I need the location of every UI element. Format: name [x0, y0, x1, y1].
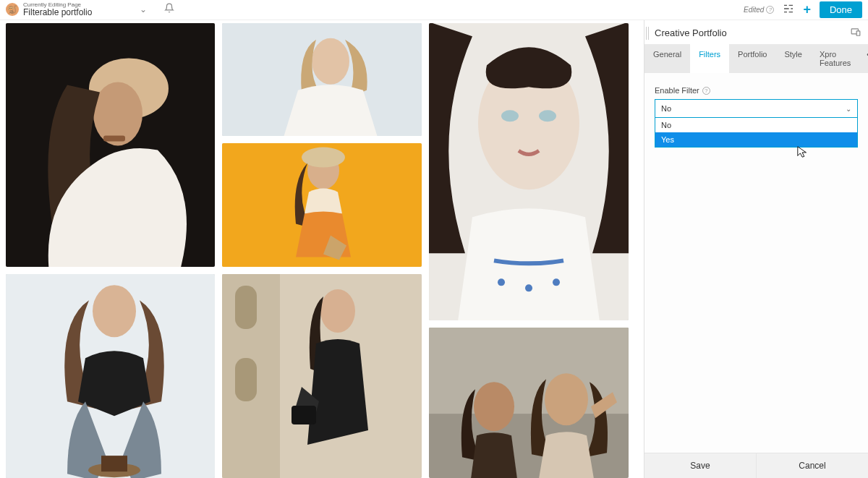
- panel-title: Creative Portfolio: [655, 27, 727, 38]
- svg-rect-18: [292, 406, 316, 424]
- add-module-plus-icon[interactable]: +: [803, 2, 811, 17]
- portfolio-image[interactable]: [6, 274, 215, 478]
- edited-status: Edited ?: [744, 6, 774, 14]
- tab-general[interactable]: General: [644, 44, 690, 73]
- svg-point-23: [498, 278, 505, 286]
- edited-label: Edited: [744, 6, 764, 14]
- panel-footer: Save Cancel: [644, 453, 868, 478]
- save-button[interactable]: Save: [644, 453, 756, 478]
- panel-header[interactable]: Creative Portfolio: [644, 20, 868, 44]
- svg-point-12: [302, 147, 345, 167]
- portfolio-column-2: [222, 23, 422, 478]
- enable-filter-value: No: [661, 104, 671, 113]
- page-switcher-chevron-icon[interactable]: ⌄: [140, 4, 147, 14]
- portfolio-image[interactable]: [429, 328, 629, 478]
- done-button[interactable]: Done: [820, 1, 862, 18]
- tab-style[interactable]: Style: [775, 44, 810, 73]
- page-title: Filterable portfolio: [23, 8, 92, 17]
- portfolio-image[interactable]: [6, 23, 215, 267]
- svg-rect-7: [101, 456, 127, 471]
- svg-rect-16: [235, 358, 257, 401]
- responsive-toggle-icon[interactable]: [851, 27, 861, 38]
- settings-panel: Creative Portfolio General Filters Portf…: [644, 20, 868, 478]
- tab-more[interactable]: •••: [859, 44, 868, 73]
- svg-point-9: [312, 38, 349, 85]
- enable-filter-select-box[interactable]: No ⌄: [655, 99, 858, 118]
- svg-rect-3: [103, 135, 125, 141]
- svg-point-21: [501, 110, 519, 121]
- enable-filter-option-yes[interactable]: Yes: [655, 132, 857, 147]
- enable-filter-select[interactable]: No ⌄ No Yes: [655, 99, 858, 118]
- svg-point-28: [474, 382, 514, 431]
- portfolio-image[interactable]: [222, 23, 422, 136]
- notifications-bell-icon[interactable]: [164, 3, 174, 16]
- svg-point-17: [320, 289, 355, 333]
- tab-filters[interactable]: Filters: [690, 44, 729, 73]
- enable-filter-help-icon[interactable]: ?: [702, 87, 710, 95]
- panel-tabs: General Filters Portfolio Style Xpro Fea…: [644, 44, 868, 73]
- enable-filter-option-no[interactable]: No: [655, 118, 857, 132]
- top-bar: 🐒 Currently Editing Page Filterable port…: [0, 0, 868, 20]
- svg-point-29: [545, 373, 588, 425]
- top-bar-right: Edited ? + Done: [744, 1, 862, 18]
- portfolio-image[interactable]: [222, 274, 422, 478]
- outline-panel-icon[interactable]: [783, 3, 794, 17]
- cancel-button[interactable]: Cancel: [756, 453, 868, 478]
- tab-portfolio[interactable]: Portfolio: [729, 44, 775, 73]
- page-meta[interactable]: Currently Editing Page Filterable portfo…: [23, 2, 92, 17]
- main-area: Creative Portfolio General Filters Portf…: [0, 20, 868, 478]
- portfolio-column-1: [6, 23, 215, 478]
- cursor-icon: [796, 145, 809, 158]
- tab-xpro-features[interactable]: Xpro Features: [811, 44, 859, 73]
- enable-filter-dropdown: No Yes: [655, 118, 858, 148]
- builder-logo-icon[interactable]: 🐒: [6, 3, 19, 16]
- top-bar-left: 🐒 Currently Editing Page Filterable port…: [6, 2, 174, 17]
- svg-point-5: [93, 285, 136, 337]
- svg-point-25: [553, 278, 560, 286]
- chevron-down-icon: ⌄: [846, 105, 851, 113]
- portfolio-image[interactable]: [222, 143, 422, 267]
- drag-handle-icon[interactable]: [646, 27, 650, 40]
- panel-body: Enable Filter ? No ⌄ No Yes: [644, 73, 868, 453]
- portfolio-column-3: [429, 23, 629, 478]
- enable-filter-label-row: Enable Filter ?: [655, 86, 858, 95]
- enable-filter-label: Enable Filter: [655, 86, 699, 95]
- portfolio-image[interactable]: [429, 23, 629, 320]
- edited-help-icon[interactable]: ?: [766, 6, 774, 14]
- svg-rect-31: [856, 31, 860, 35]
- editor-canvas[interactable]: [0, 20, 644, 478]
- svg-point-24: [525, 284, 532, 291]
- svg-rect-15: [235, 286, 257, 329]
- svg-point-22: [539, 110, 556, 121]
